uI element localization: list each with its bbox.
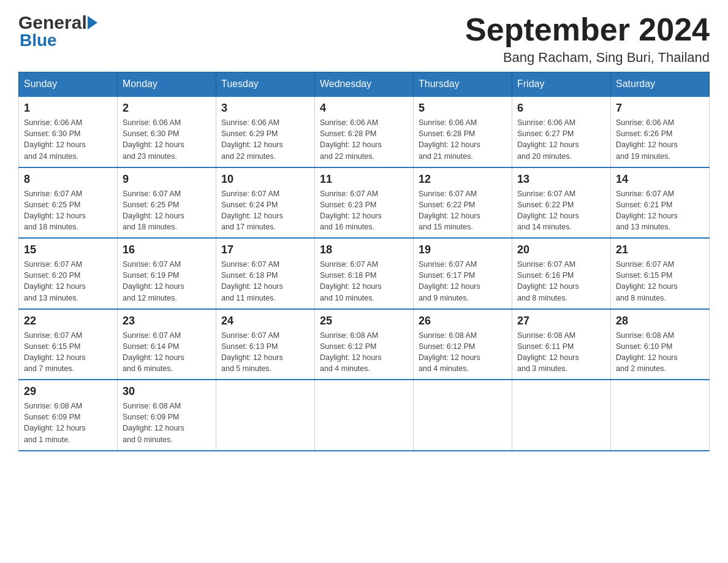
daylight-minutes: and 0 minutes. <box>123 435 173 444</box>
day-number: 4 <box>320 102 408 115</box>
sunrise-label: Sunrise: 6:07 AM <box>123 331 181 340</box>
daylight-minutes: and 18 minutes. <box>24 223 78 231</box>
sunset-label: Sunset: 6:25 PM <box>123 201 179 209</box>
day-info: Sunrise: 6:06 AMSunset: 6:28 PMDaylight:… <box>419 117 507 162</box>
col-header-tuesday: Tuesday <box>216 72 315 97</box>
day-info: Sunrise: 6:08 AMSunset: 6:09 PMDaylight:… <box>24 400 112 445</box>
daylight-label: Daylight: 12 hours <box>123 212 184 220</box>
day-number: 11 <box>320 173 408 186</box>
sunset-label: Sunset: 6:16 PM <box>517 271 574 280</box>
sunrise-label: Sunrise: 6:08 AM <box>419 331 477 340</box>
day-number: 14 <box>616 173 704 186</box>
daylight-minutes: and 22 minutes. <box>221 152 276 161</box>
calendar-week-4: 22Sunrise: 6:07 AMSunset: 6:15 PMDayligh… <box>19 309 710 380</box>
sunset-label: Sunset: 6:12 PM <box>419 342 475 351</box>
day-number: 24 <box>221 315 309 327</box>
col-header-wednesday: Wednesday <box>315 72 414 97</box>
sunset-label: Sunset: 6:27 PM <box>517 129 574 138</box>
day-info: Sunrise: 6:07 AMSunset: 6:15 PMDaylight:… <box>24 330 112 375</box>
sunrise-label: Sunrise: 6:06 AM <box>24 118 82 127</box>
daylight-label: Daylight: 12 hours <box>517 282 579 291</box>
calendar-header-row: SundayMondayTuesdayWednesdayThursdayFrid… <box>19 72 710 97</box>
sunset-label: Sunset: 6:30 PM <box>123 129 179 138</box>
calendar-cell: 21Sunrise: 6:07 AMSunset: 6:15 PMDayligh… <box>611 238 710 309</box>
day-info: Sunrise: 6:06 AMSunset: 6:30 PMDaylight:… <box>24 117 112 162</box>
daylight-minutes: and 19 minutes. <box>616 152 670 161</box>
col-header-thursday: Thursday <box>414 72 512 97</box>
day-info: Sunrise: 6:08 AMSunset: 6:11 PMDaylight:… <box>517 330 605 375</box>
sunrise-label: Sunrise: 6:07 AM <box>419 190 477 198</box>
daylight-label: Daylight: 12 hours <box>517 353 579 362</box>
sunset-label: Sunset: 6:17 PM <box>419 271 475 280</box>
day-number: 30 <box>123 385 211 398</box>
daylight-label: Daylight: 12 hours <box>616 282 678 291</box>
sunset-label: Sunset: 6:19 PM <box>123 271 179 280</box>
title-area: September 2024 Bang Racham, Sing Buri, T… <box>465 12 710 66</box>
daylight-label: Daylight: 12 hours <box>123 140 184 149</box>
daylight-minutes: and 22 minutes. <box>320 152 374 161</box>
day-number: 8 <box>24 173 112 186</box>
day-number: 21 <box>616 243 704 256</box>
daylight-label: Daylight: 12 hours <box>616 212 678 220</box>
day-info: Sunrise: 6:07 AMSunset: 6:16 PMDaylight:… <box>517 259 605 304</box>
daylight-minutes: and 11 minutes. <box>221 294 276 302</box>
day-info: Sunrise: 6:07 AMSunset: 6:20 PMDaylight:… <box>24 259 112 304</box>
day-info: Sunrise: 6:07 AMSunset: 6:23 PMDaylight:… <box>320 188 408 233</box>
calendar-cell: 17Sunrise: 6:07 AMSunset: 6:18 PMDayligh… <box>216 238 315 309</box>
sunset-label: Sunset: 6:09 PM <box>123 413 179 421</box>
sunset-label: Sunset: 6:10 PM <box>616 342 672 351</box>
day-number: 3 <box>221 102 309 115</box>
day-number: 28 <box>616 315 704 327</box>
sunrise-label: Sunrise: 6:08 AM <box>24 402 82 410</box>
daylight-minutes: and 8 minutes. <box>517 294 567 302</box>
day-number: 13 <box>517 173 605 186</box>
daylight-minutes: and 15 minutes. <box>419 223 473 231</box>
sunset-label: Sunset: 6:13 PM <box>221 342 278 351</box>
sunrise-label: Sunrise: 6:07 AM <box>616 190 674 198</box>
col-header-monday: Monday <box>118 72 216 97</box>
daylight-minutes: and 24 minutes. <box>24 152 78 161</box>
daylight-label: Daylight: 12 hours <box>24 424 86 432</box>
calendar-cell: 8Sunrise: 6:07 AMSunset: 6:25 PMDaylight… <box>19 167 118 239</box>
col-header-sunday: Sunday <box>19 72 118 97</box>
sunrise-label: Sunrise: 6:07 AM <box>616 260 674 269</box>
day-number: 5 <box>419 102 507 115</box>
day-number: 9 <box>123 173 211 186</box>
sunset-label: Sunset: 6:21 PM <box>616 201 672 209</box>
daylight-label: Daylight: 12 hours <box>320 353 382 362</box>
sunrise-label: Sunrise: 6:07 AM <box>221 190 279 198</box>
day-number: 19 <box>419 243 507 256</box>
day-number: 18 <box>320 243 408 256</box>
sunrise-label: Sunrise: 6:08 AM <box>616 331 674 340</box>
sunset-label: Sunset: 6:28 PM <box>419 129 475 138</box>
day-info: Sunrise: 6:07 AMSunset: 6:18 PMDaylight:… <box>221 259 309 304</box>
calendar-cell: 7Sunrise: 6:06 AMSunset: 6:26 PMDaylight… <box>611 96 710 167</box>
day-number: 26 <box>419 315 507 327</box>
daylight-label: Daylight: 12 hours <box>517 212 579 220</box>
day-number: 16 <box>123 243 211 256</box>
day-number: 10 <box>221 173 309 186</box>
day-number: 1 <box>24 102 112 115</box>
day-number: 29 <box>24 385 112 398</box>
sunrise-label: Sunrise: 6:07 AM <box>221 260 279 269</box>
sunset-label: Sunset: 6:12 PM <box>320 342 376 351</box>
daylight-minutes: and 23 minutes. <box>123 152 177 161</box>
daylight-minutes: and 6 minutes. <box>123 364 173 373</box>
calendar-cell: 18Sunrise: 6:07 AMSunset: 6:18 PMDayligh… <box>315 238 414 309</box>
daylight-minutes: and 12 minutes. <box>123 294 177 302</box>
daylight-minutes: and 13 minutes. <box>24 294 78 302</box>
sunrise-label: Sunrise: 6:07 AM <box>24 331 82 340</box>
calendar-week-5: 29Sunrise: 6:08 AMSunset: 6:09 PMDayligh… <box>19 380 710 451</box>
day-number: 23 <box>123 315 211 327</box>
daylight-label: Daylight: 12 hours <box>320 140 382 149</box>
sunrise-label: Sunrise: 6:08 AM <box>320 331 378 340</box>
calendar-cell: 3Sunrise: 6:06 AMSunset: 6:29 PMDaylight… <box>216 96 315 167</box>
sunrise-label: Sunrise: 6:06 AM <box>517 118 575 127</box>
sunset-label: Sunset: 6:30 PM <box>24 129 80 138</box>
daylight-label: Daylight: 12 hours <box>320 282 382 291</box>
sunrise-label: Sunrise: 6:07 AM <box>123 190 181 198</box>
sunrise-label: Sunrise: 6:06 AM <box>419 118 477 127</box>
daylight-minutes: and 20 minutes. <box>517 152 572 161</box>
calendar-cell: 28Sunrise: 6:08 AMSunset: 6:10 PMDayligh… <box>611 309 710 380</box>
sunrise-label: Sunrise: 6:07 AM <box>517 260 575 269</box>
